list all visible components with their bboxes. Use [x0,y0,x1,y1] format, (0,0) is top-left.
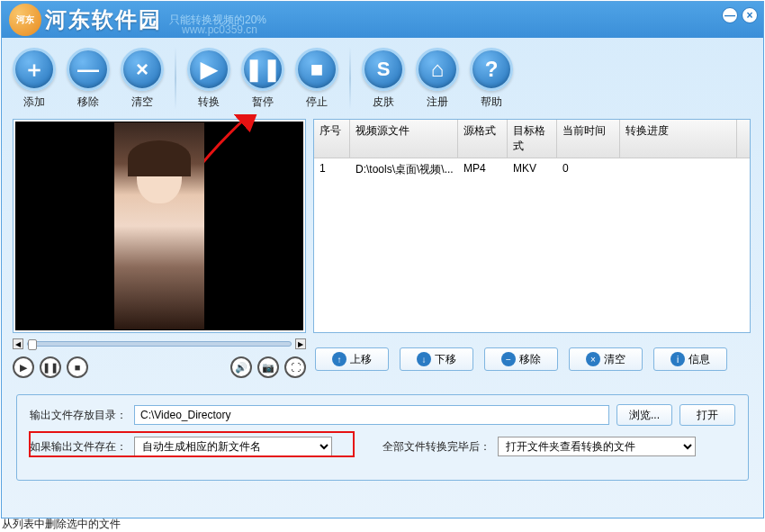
col-time[interactable]: 当前时间 [557,120,620,158]
info-icon: i [670,352,685,366]
open-button[interactable]: 打开 [680,404,735,426]
play-icon: ▶ [187,48,230,91]
fullscreen-button[interactable]: ⛶ [284,356,306,378]
preview-panel: ◀ ▶ ▶ ❚❚ ■ 🔊 📷 ⛶ [13,119,306,378]
file-list-panel: 序号 视频源文件 源格式 目标格式 当前时间 转换进度 1 D:\tools\桌… [313,119,752,378]
convert-button[interactable]: ▶ 转换 [187,48,230,110]
col-source[interactable]: 视频源文件 [350,120,458,158]
question-icon: ? [470,48,513,91]
list-header: 序号 视频源文件 源格式 目标格式 当前时间 转换进度 [314,120,750,158]
col-idx[interactable]: 序号 [314,120,350,158]
separator [175,47,176,110]
preview-play-button[interactable]: ▶ [13,356,34,378]
col-progress[interactable]: 转换进度 [620,120,737,158]
help-button[interactable]: ? 帮助 [470,48,513,110]
browse-button[interactable]: 浏览... [616,404,672,426]
minus-icon: — [67,48,110,91]
seek-back-button[interactable]: ◀ [13,338,23,349]
output-panel: 输出文件存放目录： 浏览... 打开 如果输出文件存在： 自动生成相应的新文件名… [16,394,749,481]
arrow-up-icon: ↑ [332,352,346,366]
register-button[interactable]: ⌂ 注册 [416,48,459,110]
titlebar: 河东 河东软件园 只能转换视频的20% www.pc0359.cn — × [2,2,763,38]
arrow-down-icon: ↓ [417,352,431,366]
clear-button[interactable]: × 清空 [121,48,164,110]
watermark: www.pc0359.cn [182,23,257,36]
after-label: 全部文件转换完毕后： [382,439,490,455]
remove-button[interactable]: — 移除 [67,48,110,110]
logo-icon: 河东 [9,4,41,36]
info-button[interactable]: i信息 [653,347,727,371]
video-preview[interactable] [13,119,306,333]
preview-stop-button[interactable]: ■ [67,356,88,378]
stop-button[interactable]: ■ 停止 [295,48,338,110]
plus-icon: ＋ [13,48,56,91]
slider-thumb[interactable] [28,339,37,350]
move-down-button[interactable]: ↓下移 [400,347,473,371]
status-bar: 从列表中删除选中的文件 [2,517,121,532]
add-button[interactable]: ＋ 添加 [13,48,56,110]
list-body[interactable]: 1 D:\tools\桌面\视频\... MP4 MKV 0 [314,158,750,347]
stop-icon: ■ [295,48,338,91]
x-icon: × [586,352,600,366]
skin-icon: S [362,48,405,91]
toolbar: ＋ 添加 — 移除 × 清空 ▶ 转换 ❚❚ 暂停 ■ [2,38,763,119]
move-up-button[interactable]: ↑上移 [315,347,389,371]
pause-button[interactable]: ❚❚ 暂停 [241,48,284,110]
table-row[interactable]: 1 D:\tools\桌面\视频\... MP4 MKV 0 [314,158,750,181]
list-remove-button[interactable]: −移除 [484,347,558,371]
exist-label: 如果输出文件存在： [30,439,127,455]
x-icon: × [121,48,164,91]
list-clear-button[interactable]: ×清空 [569,347,643,371]
skin-button[interactable]: S 皮肤 [362,48,405,110]
col-src-fmt[interactable]: 源格式 [458,120,508,158]
col-tgt-fmt[interactable]: 目标格式 [508,120,557,158]
site-name: 河东软件园 [45,5,162,34]
seek-slider[interactable]: ◀ ▶ [13,338,306,349]
exist-select[interactable]: 自动生成相应的新文件名 [134,437,332,456]
separator [349,47,351,110]
seek-fwd-button[interactable]: ▶ [295,338,306,349]
minimize-button[interactable]: — [722,7,738,23]
preview-thumbnail [114,122,204,329]
after-select[interactable]: 打开文件夹查看转换的文件 [498,437,696,456]
pause-icon: ❚❚ [241,48,284,91]
minus-icon: − [501,352,516,366]
preview-pause-button[interactable]: ❚❚ [40,356,61,378]
output-dir-label: 输出文件存放目录： [30,408,127,423]
close-button[interactable]: × [742,7,758,23]
snapshot-button[interactable]: 📷 [257,356,279,378]
logo-area: 河东 河东软件园 [9,4,162,36]
volume-button[interactable]: 🔊 [230,356,252,378]
output-dir-input[interactable] [134,405,609,425]
home-icon: ⌂ [416,48,459,91]
